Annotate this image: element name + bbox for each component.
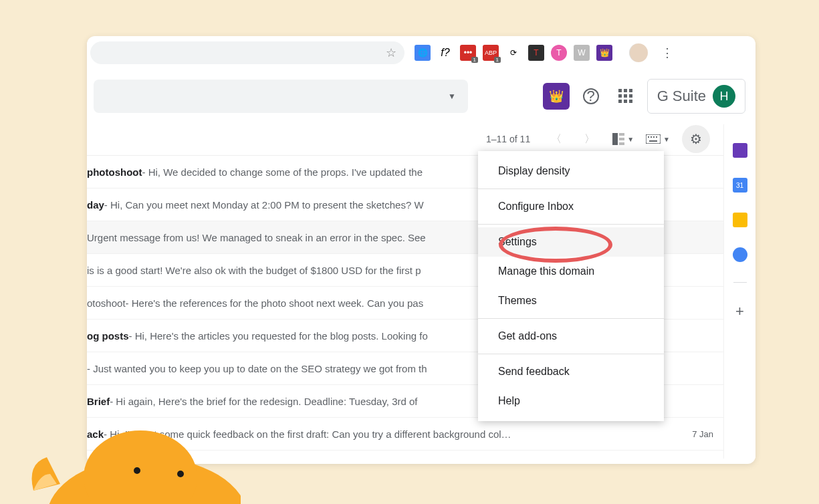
email-snippet: - Hi again, Here's the brief for the red…: [110, 396, 417, 407]
email-subject: og posts: [87, 330, 129, 342]
menu-settings[interactable]: Settings: [478, 227, 664, 257]
menu-display-density[interactable]: Display density: [478, 156, 664, 186]
email-snippet: Urgent message from us! We managed to sn…: [87, 232, 426, 243]
menu-themes[interactable]: Themes: [478, 286, 664, 316]
tasks-icon[interactable]: [733, 247, 747, 262]
menu-send-feedback[interactable]: Send feedback: [478, 357, 664, 386]
gear-icon: ⚙: [690, 131, 702, 147]
rail-divider: [733, 282, 747, 283]
svg-point-11: [84, 430, 197, 504]
menu-divider: [478, 354, 664, 354]
gsuite-account-box[interactable]: G Suite H: [647, 79, 745, 114]
menu-manage-domain[interactable]: Manage this domain: [478, 257, 664, 286]
email-snippet: is is a good start! We're also ok with t…: [87, 265, 421, 276]
extension-adblock-icon[interactable]: ABP1: [483, 45, 499, 61]
email-snippet: - Just wanted you to keep you up to date…: [87, 363, 427, 374]
svg-rect-4: [646, 134, 661, 144]
menu-help[interactable]: Help: [478, 386, 664, 416]
keyboard-icon: [646, 134, 661, 144]
svg-point-13: [177, 471, 184, 477]
address-bar[interactable]: ☆: [90, 41, 404, 64]
extension-crown-icon[interactable]: 👑: [596, 45, 612, 61]
browser-menu-icon[interactable]: ⋮: [661, 45, 673, 60]
extension-pink-icon[interactable]: T: [551, 45, 567, 61]
extension-font-icon[interactable]: f?: [437, 45, 453, 61]
app-header: ▼ 👑 ? G Suite H: [87, 70, 755, 123]
page-count: 1–11 of 11: [486, 134, 530, 144]
menu-configure-inbox[interactable]: Configure Inbox: [478, 192, 664, 221]
cat-mascot: [27, 410, 241, 504]
svg-rect-7: [653, 136, 655, 138]
svg-rect-1: [619, 133, 624, 136]
extension-w-icon[interactable]: W: [574, 45, 590, 61]
email-snippet: - Hi, We decided to change some of the p…: [142, 166, 423, 178]
account-avatar[interactable]: H: [713, 85, 735, 108]
extension-lastpass-icon[interactable]: •••1: [460, 45, 476, 61]
browser-profile-avatar[interactable]: [629, 43, 648, 62]
settings-dropdown-menu: Display density Configure Inbox Settings…: [478, 151, 664, 421]
svg-rect-0: [612, 133, 618, 145]
add-addon-button[interactable]: +: [735, 303, 744, 320]
extension-refresh-icon[interactable]: ⟳: [505, 45, 521, 61]
apps-grid-icon: [618, 89, 633, 104]
svg-rect-8: [656, 136, 657, 138]
svg-point-12: [134, 467, 140, 474]
menu-divider: [478, 224, 664, 225]
help-button[interactable]: ?: [578, 88, 604, 104]
keep-icon[interactable]: [733, 213, 747, 227]
crown-button[interactable]: 👑: [543, 83, 570, 110]
search-input[interactable]: ▼: [94, 80, 468, 113]
menu-divider: [478, 188, 664, 189]
extension-translate-icon[interactable]: 🌐: [415, 45, 431, 61]
mail-toolbar: 1–11 of 11 〈 〉 ▼ ▼ ⚙: [87, 123, 723, 155]
email-subject: Brief: [87, 396, 110, 407]
help-icon: ?: [583, 88, 599, 104]
email-snippet: - Hi, Here's the articles you requested …: [129, 330, 428, 342]
star-icon[interactable]: ☆: [386, 45, 396, 60]
prev-page-button[interactable]: 〈: [546, 127, 567, 152]
split-pane-icon: [612, 133, 624, 145]
next-page-button[interactable]: 〉: [579, 127, 600, 152]
browser-toolbar: ☆ 🌐 f? •••1 ABP1 ⟳ T T W 👑 ⋮: [87, 36, 755, 70]
split-pane-button[interactable]: ▼: [612, 133, 634, 145]
svg-rect-5: [648, 136, 649, 138]
email-date: 7 Jan: [679, 429, 713, 439]
email-snippet: - Here's the references for the photo sh…: [126, 297, 424, 309]
menu-get-addons[interactable]: Get add-ons: [478, 322, 664, 351]
svg-rect-9: [649, 140, 657, 142]
side-panel: 31 +: [723, 124, 755, 459]
apps-button[interactable]: [612, 89, 639, 104]
caret-down-icon[interactable]: ▼: [448, 92, 456, 101]
extension-tab-icon[interactable]: T: [528, 45, 544, 61]
svg-rect-3: [619, 142, 624, 145]
gsuite-label: G Suite: [657, 88, 706, 105]
settings-button[interactable]: ⚙: [682, 125, 710, 153]
svg-rect-2: [619, 138, 624, 140]
menu-divider: [478, 318, 664, 319]
email-snippet: - Hi, Can you meet next Monday at 2:00 P…: [104, 199, 424, 211]
email-subject: otoshoot: [87, 297, 126, 309]
email-subject: day: [87, 199, 104, 211]
calendar-icon[interactable]: 31: [733, 178, 747, 193]
svg-rect-6: [651, 136, 652, 138]
app-window: ☆ 🌐 f? •••1 ABP1 ⟳ T T W 👑 ⋮ ▼ 👑 ? G Su: [87, 36, 755, 464]
email-subject: photoshoot: [87, 166, 142, 178]
extensions-area: 🌐 f? •••1 ABP1 ⟳ T T W 👑 ⋮: [415, 43, 673, 62]
addon-icon-1[interactable]: [733, 143, 747, 158]
input-tools-button[interactable]: ▼: [646, 134, 670, 144]
